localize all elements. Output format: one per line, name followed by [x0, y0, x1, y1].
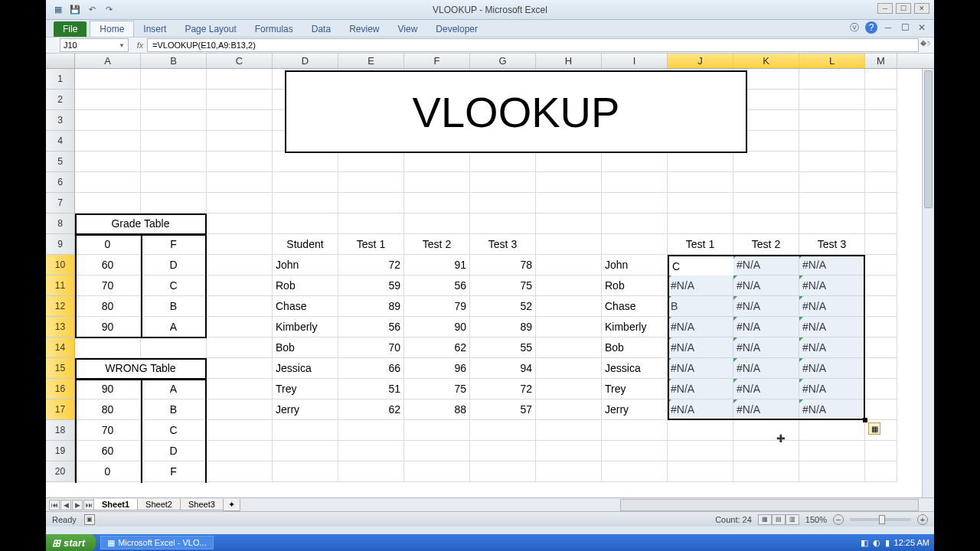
- zoom-slider[interactable]: [850, 518, 911, 521]
- cell[interactable]: #N/A: [733, 358, 799, 379]
- redo-icon[interactable]: ↷: [103, 4, 115, 16]
- cell[interactable]: #N/A: [799, 337, 865, 358]
- cell[interactable]: Jerry: [273, 399, 338, 420]
- cell[interactable]: [668, 214, 733, 234]
- cell[interactable]: [536, 420, 602, 441]
- name-box-dropdown-icon[interactable]: ▼: [119, 42, 125, 49]
- cell[interactable]: [207, 399, 273, 420]
- zoom-slider-thumb[interactable]: [879, 515, 885, 524]
- page-layout-view-button[interactable]: ▤: [772, 514, 786, 525]
- cell[interactable]: 57: [470, 399, 536, 420]
- cell[interactable]: [404, 152, 470, 172]
- cell[interactable]: [141, 152, 207, 172]
- cell[interactable]: [273, 90, 338, 110]
- cell[interactable]: C: [668, 255, 733, 276]
- cell[interactable]: [668, 193, 733, 214]
- cell[interactable]: [602, 131, 668, 152]
- cell[interactable]: [733, 441, 799, 461]
- cell[interactable]: [733, 420, 799, 441]
- cell[interactable]: [799, 441, 865, 461]
- cell[interactable]: [733, 110, 799, 131]
- col-header-B[interactable]: B: [141, 54, 207, 68]
- cell[interactable]: [207, 214, 273, 234]
- cell[interactable]: [865, 131, 897, 152]
- col-header-K[interactable]: K: [733, 54, 799, 68]
- cell[interactable]: 78: [470, 255, 536, 276]
- cell[interactable]: [75, 152, 141, 172]
- col-header-E[interactable]: E: [338, 54, 404, 68]
- cell[interactable]: [536, 296, 602, 317]
- col-header-A[interactable]: A: [75, 54, 141, 68]
- cell[interactable]: [404, 441, 470, 461]
- cell[interactable]: [602, 90, 668, 110]
- cell[interactable]: [865, 193, 897, 214]
- cell[interactable]: [141, 172, 207, 193]
- cell[interactable]: 75: [404, 379, 470, 399]
- cell[interactable]: [668, 461, 733, 482]
- cell[interactable]: [799, 172, 865, 193]
- tab-view[interactable]: View: [389, 21, 427, 37]
- cell[interactable]: [536, 461, 602, 482]
- cell[interactable]: Trey: [602, 379, 668, 399]
- cell[interactable]: [865, 276, 897, 296]
- cell[interactable]: [799, 110, 865, 131]
- cell[interactable]: #N/A: [733, 255, 799, 276]
- cell[interactable]: [865, 337, 897, 358]
- new-sheet-button[interactable]: ✦: [223, 499, 240, 511]
- cell[interactable]: A: [141, 317, 207, 337]
- cell[interactable]: [865, 69, 897, 90]
- cell[interactable]: F: [141, 234, 207, 255]
- row-header-13[interactable]: 13: [46, 317, 75, 337]
- cell[interactable]: Jessica: [602, 358, 668, 379]
- cell[interactable]: [470, 420, 536, 441]
- cell[interactable]: [668, 90, 733, 110]
- cell[interactable]: [865, 255, 897, 276]
- cell[interactable]: [733, 152, 799, 172]
- cell[interactable]: [865, 110, 897, 131]
- doc-restore-icon[interactable]: ☐: [899, 21, 911, 34]
- cell[interactable]: #N/A: [668, 379, 733, 399]
- cell[interactable]: 70: [75, 420, 141, 441]
- cell[interactable]: Bob: [273, 337, 338, 358]
- cell[interactable]: C: [141, 276, 207, 296]
- cell[interactable]: [865, 461, 897, 482]
- cell[interactable]: [207, 172, 273, 193]
- cell[interactable]: [338, 214, 404, 234]
- cell[interactable]: [536, 214, 602, 234]
- cell[interactable]: [602, 441, 668, 461]
- row-header-10[interactable]: 10: [46, 255, 75, 276]
- cell[interactable]: #N/A: [733, 399, 799, 420]
- cell[interactable]: [602, 214, 668, 234]
- tab-file[interactable]: File: [54, 21, 87, 37]
- cell[interactable]: [668, 110, 733, 131]
- cell[interactable]: Bob: [602, 337, 668, 358]
- cell[interactable]: [470, 172, 536, 193]
- zoom-in-button[interactable]: +: [917, 514, 928, 525]
- cell[interactable]: Kimberly: [273, 317, 338, 337]
- cell[interactable]: [75, 131, 141, 152]
- cell[interactable]: [470, 90, 536, 110]
- cell[interactable]: 62: [338, 399, 404, 420]
- cell[interactable]: [733, 214, 799, 234]
- cell[interactable]: B: [141, 399, 207, 420]
- cell[interactable]: 75: [470, 276, 536, 296]
- cell[interactable]: John: [602, 255, 668, 276]
- fx-button[interactable]: fx: [133, 38, 147, 52]
- cell[interactable]: [536, 131, 602, 152]
- cell[interactable]: 70: [75, 276, 141, 296]
- cell[interactable]: [799, 193, 865, 214]
- cell[interactable]: [733, 172, 799, 193]
- cell[interactable]: [536, 337, 602, 358]
- row-header-7[interactable]: 7: [46, 193, 75, 214]
- cell[interactable]: [470, 441, 536, 461]
- col-header-J[interactable]: J: [668, 54, 733, 68]
- cell[interactable]: 89: [338, 296, 404, 317]
- cell[interactable]: [141, 69, 207, 90]
- cell[interactable]: [141, 193, 207, 214]
- cell[interactable]: [865, 441, 897, 461]
- cell[interactable]: [207, 296, 273, 317]
- cell[interactable]: [865, 296, 897, 317]
- cell[interactable]: [733, 90, 799, 110]
- cell[interactable]: [75, 69, 141, 90]
- col-header-F[interactable]: F: [404, 54, 470, 68]
